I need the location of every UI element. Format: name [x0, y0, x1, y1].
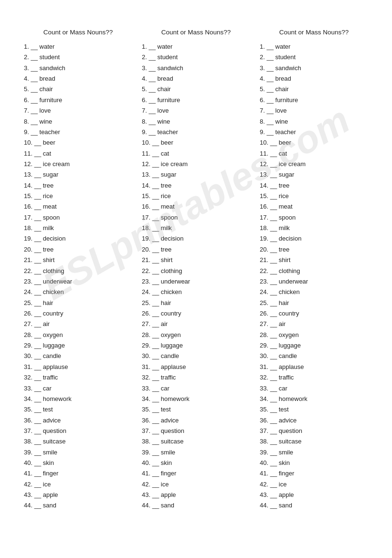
list-item: 8. __ wine: [260, 116, 368, 127]
list-item: 42. __ ice: [24, 479, 132, 490]
list-item: 17. __ spoon: [142, 212, 250, 223]
list-item: 31. __ applause: [260, 362, 368, 372]
list-item: 23. __ underwear: [142, 276, 250, 287]
list-item: 39. __ smile: [24, 447, 132, 458]
list-item: 33. __ car: [260, 383, 368, 394]
list-item: 43. __ apple: [260, 490, 368, 500]
list-item: 36. __ advice: [24, 415, 132, 426]
list-item: 26. __ country: [142, 308, 250, 319]
list-item: 5. __ chair: [260, 84, 368, 95]
list-item: 18. __ milk: [24, 223, 132, 233]
list-item: 25. __ hair: [260, 298, 368, 308]
list-item: 44. __ sand: [260, 500, 368, 511]
list-item: 28. __ oxygen: [142, 330, 250, 340]
list-item: 1. __ water: [260, 42, 368, 52]
list-item: 11. __ cat: [24, 148, 132, 159]
list-item: 21. __ shirt: [260, 255, 368, 265]
list-item: 26. __ country: [24, 308, 132, 319]
list-item: 39. __ smile: [142, 447, 250, 458]
list-item: 7. __ love: [260, 105, 368, 116]
list-item: 20. __ tree: [260, 244, 368, 255]
list-item: 24. __ chicken: [142, 287, 250, 297]
list-item: 4. __ bread: [142, 74, 250, 84]
list-item: 16. __ meat: [260, 201, 368, 212]
column-2: Count or Mass Nouns??1. __ water2. __ st…: [137, 29, 255, 511]
list-item: 10. __ beer: [24, 137, 132, 148]
list-item: 3. __ sandwich: [260, 63, 368, 74]
list-item: 34. __ homework: [260, 394, 368, 404]
list-item: 16. __ meat: [142, 201, 250, 212]
page: ESLprintables.com Count or Mass Nouns??1…: [19, 29, 373, 511]
list-item: 44. __ sand: [24, 500, 132, 511]
list-item: 36. __ advice: [142, 415, 250, 426]
list-item: 22. __ clothing: [260, 266, 368, 276]
list-item: 42. __ ice: [260, 479, 368, 490]
list-item: 26. __ country: [260, 308, 368, 319]
list-item: 9. __ teacher: [142, 127, 250, 137]
list-item: 22. __ clothing: [24, 266, 132, 276]
list-item: 7. __ love: [142, 105, 250, 116]
column-1: Count or Mass Nouns??1. __ water2. __ st…: [19, 29, 137, 511]
list-item: 2. __ student: [260, 52, 368, 63]
list-item: 11. __ cat: [142, 148, 250, 159]
list-item: 20. __ tree: [24, 244, 132, 255]
list-item: 15. __ rice: [24, 191, 132, 201]
list-item: 6. __ furniture: [24, 95, 132, 105]
list-item: 32. __ traffic: [260, 372, 368, 383]
list-item: 30. __ candle: [24, 351, 132, 361]
list-item: 27. __ air: [142, 319, 250, 329]
list-item: 17. __ spoon: [24, 212, 132, 223]
list-item: 32. __ traffic: [142, 372, 250, 383]
column-title-3: Count or Mass Nouns??: [260, 29, 368, 36]
list-item: 28. __ oxygen: [260, 330, 368, 340]
list-item: 3. __ sandwich: [24, 63, 132, 74]
list-item: 14. __ tree: [142, 180, 250, 191]
list-item: 3. __ sandwich: [142, 63, 250, 74]
list-item: 10. __ beer: [260, 137, 368, 148]
list-item: 32. __ traffic: [24, 372, 132, 383]
list-item: 35. __ test: [24, 404, 132, 415]
list-item: 2. __ student: [142, 52, 250, 63]
list-item: 1. __ water: [142, 42, 250, 52]
list-item: 33. __ car: [142, 383, 250, 394]
list-item: 8. __ wine: [24, 116, 132, 127]
list-item: 37. __ question: [24, 426, 132, 436]
column-title-1: Count or Mass Nouns??: [24, 29, 132, 36]
list-item: 9. __ teacher: [24, 127, 132, 137]
list-item: 35. __ test: [260, 404, 368, 415]
list-item: 42. __ ice: [142, 479, 250, 490]
list-item: 6. __ furniture: [260, 95, 368, 105]
item-list-3: 1. __ water2. __ student3. __ sandwich4.…: [260, 42, 368, 511]
list-item: 12. __ ice cream: [142, 159, 250, 169]
list-item: 41. __ finger: [142, 468, 250, 479]
list-item: 31. __ applause: [24, 362, 132, 372]
list-item: 20. __ tree: [142, 244, 250, 255]
list-item: 9. __ teacher: [260, 127, 368, 137]
list-item: 29. __ luggage: [142, 340, 250, 351]
list-item: 35. __ test: [142, 404, 250, 415]
list-item: 7. __ love: [24, 105, 132, 116]
list-item: 33. __ car: [24, 383, 132, 394]
list-item: 6. __ furniture: [142, 95, 250, 105]
list-item: 21. __ shirt: [24, 255, 132, 265]
item-list-1: 1. __ water2. __ student3. __ sandwich4.…: [24, 42, 132, 511]
list-item: 36. __ advice: [260, 415, 368, 426]
list-item: 10. __ beer: [142, 137, 250, 148]
list-item: 37. __ question: [260, 426, 368, 436]
column-3: Count or Mass Nouns??1. __ water2. __ st…: [255, 29, 373, 511]
list-item: 13. __ sugar: [24, 169, 132, 180]
item-list-2: 1. __ water2. __ student3. __ sandwich4.…: [142, 42, 250, 511]
list-item: 34. __ homework: [24, 394, 132, 404]
list-item: 23. __ underwear: [24, 276, 132, 287]
list-item: 14. __ tree: [24, 180, 132, 191]
list-item: 18. __ milk: [260, 223, 368, 233]
list-item: 24. __ chicken: [24, 287, 132, 297]
list-item: 30. __ candle: [142, 351, 250, 361]
list-item: 40. __ skin: [24, 458, 132, 468]
list-item: 15. __ rice: [142, 191, 250, 201]
list-item: 1. __ water: [24, 42, 132, 52]
list-item: 22. __ clothing: [142, 266, 250, 276]
list-item: 30. __ candle: [260, 351, 368, 361]
list-item: 40. __ skin: [142, 458, 250, 468]
list-item: 25. __ hair: [24, 298, 132, 308]
